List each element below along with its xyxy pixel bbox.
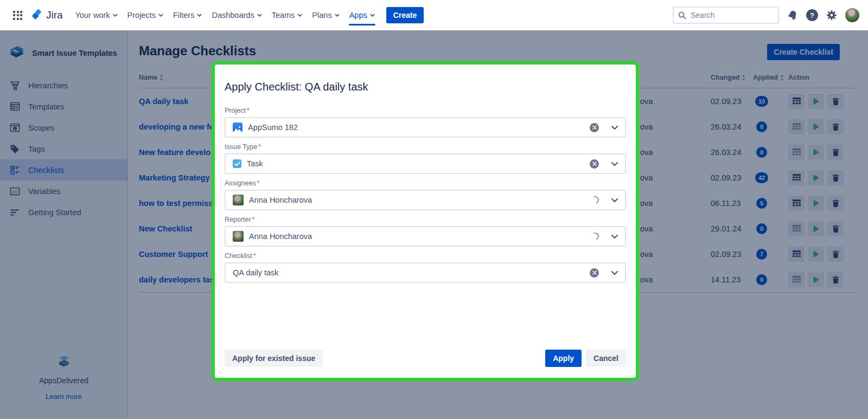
task-type-icon	[233, 159, 241, 168]
nav-item-projects[interactable]: Projects	[123, 0, 168, 30]
modal-title: Apply Checklist: QA daily task	[225, 81, 626, 93]
assignee-avatar	[233, 195, 244, 205]
chevron-down-icon	[158, 14, 163, 17]
nav-item-dashboards[interactable]: Dashboards	[207, 0, 266, 30]
nav-item-teams[interactable]: Teams	[267, 0, 308, 30]
chevron-down-icon	[113, 14, 118, 17]
checklist-value: QA daily task	[233, 268, 279, 277]
app-switcher-icon[interactable]	[9, 7, 27, 24]
user-avatar[interactable]	[845, 8, 859, 22]
top-navbar: Jira Your work Projects Filters Dashboar…	[0, 0, 868, 30]
assignees-select[interactable]: Anna Honcharova	[225, 190, 626, 210]
jira-mark-icon	[31, 9, 43, 21]
issue-type-select[interactable]: Task	[225, 153, 626, 174]
help-icon[interactable]: ?	[806, 9, 818, 21]
chevron-down-icon[interactable]	[611, 162, 618, 166]
loading-spinner-icon	[590, 231, 601, 242]
issue-type-label: Issue Type	[225, 143, 257, 151]
apply-button[interactable]: Apply	[545, 350, 582, 367]
chevron-down-icon[interactable]	[611, 235, 618, 238]
chevron-down-icon	[197, 14, 202, 17]
chevron-down-icon[interactable]	[611, 198, 618, 202]
checklist-select[interactable]: QA daily task	[225, 262, 626, 283]
checklist-field: Checklist* QA daily task	[225, 252, 626, 283]
reporter-field: Reporter* Anna Honcharova	[225, 216, 626, 247]
assignees-label: Assignees	[225, 179, 256, 187]
nav-item-your-work[interactable]: Your work	[71, 0, 123, 30]
cancel-button[interactable]: Cancel	[586, 350, 626, 367]
nav-item-plans[interactable]: Plans	[307, 0, 344, 30]
project-avatar-icon	[233, 123, 242, 132]
apply-checklist-modal: Apply Checklist: QA daily task Project* …	[215, 65, 636, 378]
clear-icon[interactable]	[590, 159, 599, 169]
project-field: Project* AppSumo 182	[225, 107, 626, 138]
reporter-label: Reporter	[225, 216, 251, 223]
notifications-bell-icon[interactable]	[787, 10, 798, 21]
settings-gear-icon[interactable]	[826, 10, 837, 21]
issue-type-value: Task	[247, 159, 263, 168]
clear-icon[interactable]	[590, 268, 599, 278]
nav-menu: Your work Projects Filters Dashboards Te…	[71, 0, 380, 30]
apply-existed-issue-button[interactable]: Apply for existed issue	[225, 350, 323, 367]
search-box	[673, 7, 779, 24]
checklist-label: Checklist	[225, 252, 252, 260]
nav-item-apps[interactable]: Apps	[344, 0, 380, 30]
chevron-down-icon[interactable]	[611, 126, 618, 130]
assignees-field: Assignees* Anna Honcharova	[225, 179, 626, 210]
jira-logo-text: Jira	[46, 9, 63, 21]
clear-icon[interactable]	[590, 123, 599, 132]
project-label: Project	[225, 107, 246, 114]
required-asterisk: *	[258, 143, 261, 151]
required-asterisk: *	[247, 107, 250, 114]
required-asterisk: *	[257, 179, 260, 187]
chevron-down-icon[interactable]	[611, 271, 618, 275]
chevron-down-icon	[257, 14, 262, 17]
reporter-avatar	[233, 231, 244, 242]
chevron-down-icon	[370, 14, 375, 17]
chevron-down-icon	[297, 14, 302, 17]
project-select[interactable]: AppSumo 182	[225, 117, 626, 138]
loading-spinner-icon	[590, 195, 601, 205]
reporter-select[interactable]: Anna Honcharova	[225, 226, 626, 247]
required-asterisk: *	[253, 252, 256, 260]
nav-item-filters[interactable]: Filters	[168, 0, 207, 30]
modal-footer: Apply for existed issue Apply Cancel	[225, 350, 626, 367]
project-value: AppSumo 182	[248, 123, 298, 132]
issue-type-field: Issue Type* Task	[225, 143, 626, 174]
required-asterisk: *	[252, 216, 255, 223]
search-input[interactable]	[691, 11, 774, 20]
jira-logo[interactable]: Jira	[31, 9, 63, 21]
chevron-down-icon	[335, 14, 340, 17]
search-icon	[678, 11, 686, 20]
assignees-value: Anna Honcharova	[249, 196, 312, 204]
create-button[interactable]: Create	[386, 7, 424, 23]
reporter-value: Anna Honcharova	[249, 232, 312, 241]
modal-highlight-outline: Apply Checklist: QA daily task Project* …	[212, 61, 639, 381]
